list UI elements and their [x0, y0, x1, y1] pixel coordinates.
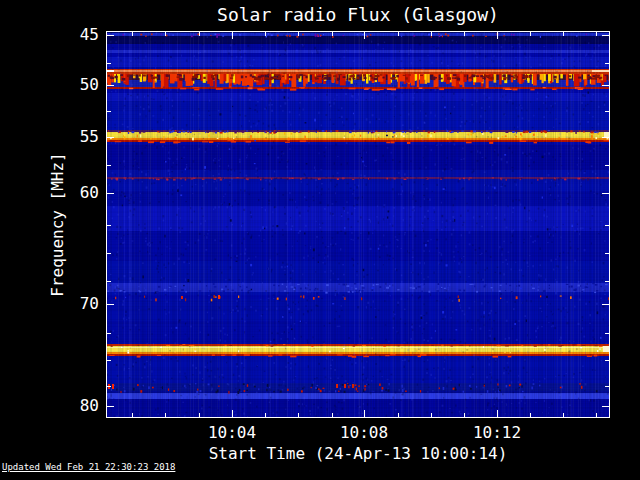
y-tick-label: 60: [55, 184, 99, 202]
y-tick-label: 70: [55, 295, 99, 313]
x-axis-label: Start Time (24-Apr-13 10:00:14): [106, 444, 610, 463]
spectrogram-plot: [106, 31, 610, 418]
update-timestamp: Updated Wed Feb 21 22:30:23 2018: [2, 462, 175, 472]
y-tick-label: 45: [55, 26, 99, 44]
x-tick-label: 10:12: [457, 423, 537, 442]
y-tick-label: 50: [55, 76, 99, 94]
x-tick-label: 10:04: [192, 423, 272, 442]
y-axis-label: Frequency [MHz]: [48, 152, 67, 297]
x-tick-label: 10:08: [324, 423, 404, 442]
chart-title: Solar radio Flux (Glasgow): [106, 4, 610, 25]
y-tick-label: 55: [55, 128, 99, 146]
y-tick-label: 80: [55, 397, 99, 415]
